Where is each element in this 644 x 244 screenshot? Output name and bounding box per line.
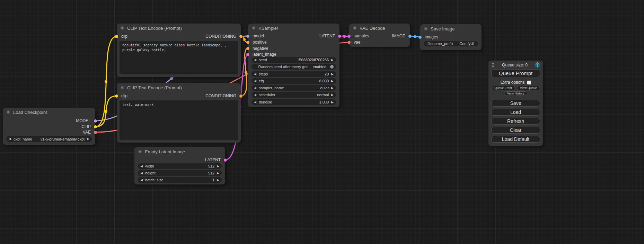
decrement-arrow-icon[interactable]: ◀ — [140, 165, 143, 168]
increment-arrow-icon[interactable]: ▶ — [331, 73, 334, 76]
queue-prompt-button[interactable]: Queue Prompt — [491, 69, 540, 77]
decrement-arrow-icon[interactable]: ◀ — [254, 93, 256, 97]
collapse-dot[interactable] — [138, 150, 142, 153]
queue-small-buttons-row: Queue Front View Queue — [491, 86, 540, 90]
input-port-model[interactable] — [246, 35, 249, 38]
widget-value: ComfyUI — [456, 42, 474, 46]
refresh-button[interactable]: Refresh — [491, 118, 540, 125]
filename-prefix-widget[interactable]: filename_prefix ComfyUI — [424, 41, 478, 46]
output-port-conditioning[interactable] — [239, 94, 242, 98]
decrement-arrow-icon[interactable]: ◀ — [254, 80, 256, 83]
increment-arrow-icon[interactable]: ▶ — [331, 58, 334, 62]
load-button[interactable]: Load — [491, 109, 540, 116]
output-port-conditioning[interactable] — [239, 35, 242, 38]
sampler-name-widget[interactable]: ◀ sampler_name euler ▶ — [252, 85, 336, 91]
decrement-arrow-icon[interactable]: ◀ — [140, 179, 143, 182]
load-default-button[interactable]: Load Default — [491, 136, 540, 143]
denoise-widget[interactable]: ◀ denoise 1.000 ▶ — [252, 99, 336, 105]
input-label-latent-image: latent_image — [253, 52, 276, 57]
batch-size-widget[interactable]: ◀ batch_size 1 ▶ — [138, 177, 222, 183]
wire-midpoint-dot — [343, 35, 346, 38]
collapse-dot[interactable] — [121, 26, 124, 30]
widget-label: batch_size — [145, 178, 164, 182]
input-port-latent-image[interactable] — [246, 53, 249, 56]
decrement-arrow-icon[interactable]: ◀ — [254, 87, 256, 90]
steps-widget[interactable]: ◀ steps 20 ▶ — [252, 71, 336, 77]
prompt-textarea[interactable]: beautiful scenery nature glass bottle la… — [120, 41, 238, 74]
scheduler-widget[interactable]: ◀ scheduler normal ▶ — [252, 92, 336, 98]
decrement-arrow-icon[interactable]: ◀ — [140, 172, 143, 175]
decrement-arrow-icon[interactable]: ◀ — [254, 58, 256, 62]
width-widget[interactable]: ◀ width 512 ▶ — [138, 163, 222, 169]
increment-arrow-icon[interactable]: ▶ — [217, 179, 219, 182]
node-title: CLIP Text Encode (Prompt) — [127, 26, 182, 31]
decrement-arrow-icon[interactable]: ◀ — [254, 101, 256, 104]
queue-front-button[interactable]: Queue Front — [491, 86, 515, 90]
widget-value: v1-5-pruned-emaonly.ckpt — [35, 137, 85, 141]
node-graph-canvas[interactable]: Load Checkpoint MODEL CLIP VAE ◀ ckpt_na… — [0, 0, 644, 244]
clear-button[interactable]: Clear — [491, 127, 540, 134]
increment-arrow-icon[interactable]: ▶ — [331, 101, 334, 104]
height-widget[interactable]: ◀ height 512 ▶ — [138, 170, 222, 176]
extra-options-checkbox[interactable] — [527, 81, 531, 84]
output-port-model[interactable] — [94, 119, 97, 123]
increment-arrow-icon[interactable]: ▶ — [331, 87, 334, 90]
collapse-dot[interactable] — [353, 26, 356, 30]
prompt-textarea[interactable]: text, watermark — [120, 100, 238, 140]
save-button[interactable]: Save — [491, 100, 540, 107]
input-port-clip[interactable] — [115, 94, 118, 98]
output-label-latent: LATENT — [205, 157, 221, 162]
increment-arrow-icon[interactable]: ▶ — [331, 93, 334, 97]
widget-label: filename_prefix — [427, 42, 453, 46]
wire-midpoint-dot — [245, 71, 247, 74]
collapse-dot[interactable] — [7, 110, 10, 114]
widget-label: scheduler — [259, 93, 275, 97]
node-clip-text-encode-negative[interactable]: CLIP Text Encode (Prompt) clip CONDITION… — [117, 83, 241, 143]
output-port-image[interactable] — [408, 35, 412, 38]
collapse-dot[interactable] — [424, 27, 427, 30]
node-ksampler[interactable]: KSampler model positive negative latent_… — [248, 24, 339, 107]
view-queue-button[interactable]: View Queue — [517, 86, 540, 90]
output-port-latent[interactable] — [224, 159, 227, 162]
node-vae-decode[interactable]: VAE Decode samples IMAGE vae — [349, 24, 410, 47]
increment-arrow-icon[interactable]: ▶ — [217, 172, 219, 175]
increment-arrow-icon[interactable]: ▶ — [331, 80, 334, 83]
output-label-conditioning: CONDITIONING — [205, 93, 236, 98]
node-load-checkpoint[interactable]: Load Checkpoint MODEL CLIP VAE ◀ ckpt_na… — [3, 108, 95, 145]
input-port-negative[interactable] — [246, 47, 249, 50]
node-save-image[interactable]: Save Image images filename_prefix ComfyU… — [420, 24, 482, 50]
toggle-dot[interactable] — [330, 65, 334, 69]
node-clip-text-encode-positive[interactable]: CLIP Text Encode (Prompt) clip CONDITION… — [117, 24, 241, 77]
wire-midpoint-dot — [170, 77, 173, 80]
input-port-clip[interactable] — [115, 35, 118, 38]
increment-arrow-icon[interactable]: ▶ — [87, 137, 89, 141]
view-history-button[interactable]: View History — [504, 91, 528, 96]
output-label-clip: CLIP — [81, 124, 91, 129]
node-empty-latent-image[interactable]: Empty Latent Image LATENT ◀ width 512 ▶ … — [134, 147, 225, 184]
decrement-arrow-icon[interactable]: ◀ — [254, 73, 256, 76]
decrement-arrow-icon[interactable]: ◀ — [9, 137, 11, 141]
collapse-dot[interactable] — [121, 86, 124, 89]
input-port-vae[interactable] — [347, 41, 351, 44]
input-port-samples[interactable] — [347, 35, 351, 38]
drag-handle-icon[interactable] — [491, 63, 495, 67]
node-title-bar: Save Image — [420, 24, 482, 33]
output-port-latent[interactable] — [338, 35, 341, 38]
settings-gear-icon[interactable] — [535, 62, 540, 67]
widget-value: 1.000 — [274, 100, 329, 104]
node-title-bar: Empty Latent Image — [134, 147, 225, 156]
input-label-samples: samples — [354, 34, 369, 38]
collapse-dot[interactable] — [252, 26, 255, 30]
random-seed-toggle-widget[interactable]: Random seed after every gen enabled — [252, 64, 336, 70]
input-port-positive[interactable] — [246, 41, 249, 44]
ckpt-name-widget[interactable]: ◀ ckpt_name v1-5-pruned-emaonly.ckpt ▶ — [6, 136, 92, 142]
cfg-widget[interactable]: ◀ cfg 8.000 ▶ — [252, 78, 336, 84]
wire-midpoint-dot — [243, 38, 246, 41]
seed-widget[interactable]: ◀ seed 156680208700286 ▶ — [252, 57, 336, 63]
output-port-vae[interactable] — [94, 131, 97, 134]
output-port-clip[interactable] — [94, 125, 97, 128]
increment-arrow-icon[interactable]: ▶ — [217, 165, 219, 168]
output-label-conditioning: CONDITIONING — [205, 34, 236, 39]
widget-label: steps — [259, 72, 268, 76]
input-port-images[interactable] — [418, 36, 422, 39]
